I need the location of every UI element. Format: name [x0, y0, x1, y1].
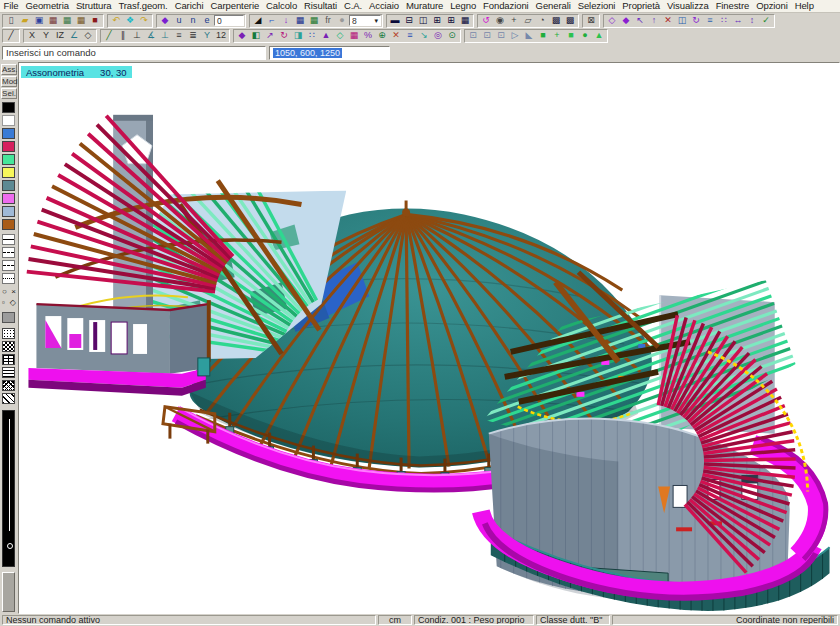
solid-box1-icon[interactable]: ⊡	[466, 30, 480, 42]
menu-help[interactable]: Help	[791, 0, 817, 12]
view-button-mod[interactable]: Mod	[1, 76, 17, 87]
menu-legno[interactable]: Legno	[447, 0, 480, 12]
mirror-icon[interactable]: ◫	[675, 15, 689, 27]
menu-visualizza[interactable]: Visualizza	[664, 0, 713, 12]
hatch-dashes[interactable]	[2, 367, 15, 378]
undo-icon[interactable]: ↶	[109, 15, 123, 27]
dropdown-arrow-icon[interactable]: ▾	[374, 16, 378, 26]
hatch-dots[interactable]	[2, 328, 15, 339]
window-quad-icon[interactable]: ⊞	[430, 15, 444, 27]
incline-icon[interactable]: ∠	[67, 30, 81, 42]
menu-acciaio[interactable]: Acciaio	[366, 0, 403, 12]
axis-y-icon[interactable]: Y	[39, 30, 53, 42]
new-file-icon[interactable]: ▯	[4, 15, 18, 27]
extrude-icon[interactable]: ▲	[319, 30, 333, 42]
copy-node-icon[interactable]: ◆	[235, 30, 249, 42]
green-cube-icon[interactable]: ■	[536, 30, 550, 42]
trim-icon[interactable]: ✕	[661, 15, 675, 27]
linestyle-solid[interactable]	[2, 234, 15, 245]
model-canvas[interactable]	[19, 63, 839, 613]
text-size-combo[interactable]: 0	[214, 15, 244, 26]
beam-split-icon[interactable]: ◆	[619, 15, 633, 27]
draw-line-icon[interactable]: ╱	[4, 30, 18, 42]
mesh-icon[interactable]: ▦	[347, 30, 361, 42]
menu-file[interactable]: File	[0, 0, 22, 12]
window-split-v-icon[interactable]: ◫	[416, 15, 430, 27]
menu-struttura[interactable]: Struttura	[72, 0, 115, 12]
window-single-icon[interactable]: ▬	[388, 15, 402, 27]
grid-green-icon[interactable]: ▦	[307, 15, 321, 27]
mirror2-icon[interactable]: ◨	[291, 30, 305, 42]
divide-icon[interactable]: %	[361, 30, 375, 42]
coordinate-input[interactable]: 1050, 600, 1250	[269, 46, 390, 60]
marker-3[interactable]: ◇	[10, 297, 16, 308]
zoom-window-icon[interactable]: ◉	[493, 15, 507, 27]
menu-finestre[interactable]: Finestre	[712, 0, 753, 12]
export-model-icon[interactable]: ▦	[60, 15, 74, 27]
explode-icon[interactable]: ✕	[389, 30, 403, 42]
hatch-bricks[interactable]	[2, 354, 15, 365]
menu-calcolo[interactable]: Calcolo	[263, 0, 301, 12]
scale-slider[interactable]	[2, 410, 15, 567]
rotate-icon[interactable]: ↻	[277, 30, 291, 42]
truss-icon[interactable]: ⊠	[584, 15, 598, 27]
menu-fondazioni[interactable]: Fondazioni	[480, 0, 532, 12]
angle-line-icon[interactable]: ∡	[144, 30, 158, 42]
green-cross-icon[interactable]: +	[550, 30, 564, 42]
align-icon[interactable]: ≡	[403, 30, 417, 42]
axis-z-icon[interactable]: IZ	[53, 30, 67, 42]
grid-dark1-icon[interactable]: ▩	[549, 15, 563, 27]
view-button-sel[interactable]: Sel.	[1, 88, 17, 99]
linestyle-dashed[interactable]	[2, 247, 15, 258]
font-fr-icon[interactable]: fr	[321, 15, 335, 27]
midpoint-icon[interactable]: ⊥	[158, 30, 172, 42]
gray-swatch[interactable]	[2, 312, 15, 323]
paste-icon[interactable]: ◧	[249, 30, 263, 42]
stretch-icon[interactable]: ↕	[745, 15, 759, 27]
menu-opzioni[interactable]: Opzioni	[753, 0, 792, 12]
text-n-icon[interactable]: n	[186, 15, 200, 27]
window-six-icon[interactable]: ▦	[458, 15, 472, 27]
solid-box3-icon[interactable]: ⊡	[494, 30, 508, 42]
open-folder-icon[interactable]: ▰	[18, 15, 32, 27]
extend-icon[interactable]: ↑	[647, 15, 661, 27]
offset-icon[interactable]: ≡	[703, 15, 717, 27]
shell-icon[interactable]: ◇	[333, 30, 347, 42]
segment-icon[interactable]: ╱	[102, 30, 116, 42]
view-button-ass[interactable]: Ass.	[1, 64, 17, 75]
color-swatch-4[interactable]	[2, 154, 15, 165]
node-move-icon[interactable]: ↖	[633, 15, 647, 27]
color-swatch-6[interactable]	[2, 180, 15, 191]
archive-icon[interactable]: ■	[88, 15, 102, 27]
window-three-icon[interactable]: ⊞	[444, 15, 458, 27]
render-sphere-icon[interactable]: ●	[335, 15, 349, 27]
join-icon[interactable]: ⊕	[375, 30, 389, 42]
green-sphere-icon[interactable]: ●	[578, 30, 592, 42]
scale-icon[interactable]: ↔	[731, 15, 745, 27]
text-e-icon[interactable]: e	[200, 15, 214, 27]
menu-carpenterie[interactable]: Carpenterie	[207, 0, 263, 12]
menu-selezioni[interactable]: Selezioni	[574, 0, 619, 12]
command-input[interactable]: Inserisci un comando	[2, 46, 266, 60]
array2-icon[interactable]: ∷	[305, 30, 319, 42]
array-icon[interactable]: ∷	[717, 15, 731, 27]
color-swatch-5[interactable]	[2, 167, 15, 178]
grid-dark2-icon[interactable]: ▩	[563, 15, 577, 27]
hatch-mesh[interactable]	[2, 380, 15, 391]
color-swatch-8[interactable]	[2, 206, 15, 217]
color-swatch-1[interactable]	[2, 115, 15, 126]
model-viewport[interactable]: Assonometria 30, 30	[18, 62, 840, 614]
solid-box2-icon[interactable]: ⊡	[480, 30, 494, 42]
menu-c-a-[interactable]: C.A.	[340, 0, 365, 12]
triple-icon[interactable]: ≣	[186, 30, 200, 42]
move-icon[interactable]: ↗	[263, 30, 277, 42]
measure-12-icon[interactable]: 12	[214, 30, 228, 42]
redo-icon[interactable]: ↷	[137, 15, 151, 27]
menu-geometria[interactable]: Geometria	[22, 0, 72, 12]
pan-icon[interactable]: +	[507, 15, 521, 27]
polygon-icon[interactable]: ◇	[81, 30, 95, 42]
marker-1[interactable]: ×	[11, 286, 16, 297]
solid-wedge-icon[interactable]: ◣	[522, 30, 536, 42]
perpendicular-icon[interactable]: ⊥	[130, 30, 144, 42]
save-icon[interactable]: ▣	[32, 15, 46, 27]
